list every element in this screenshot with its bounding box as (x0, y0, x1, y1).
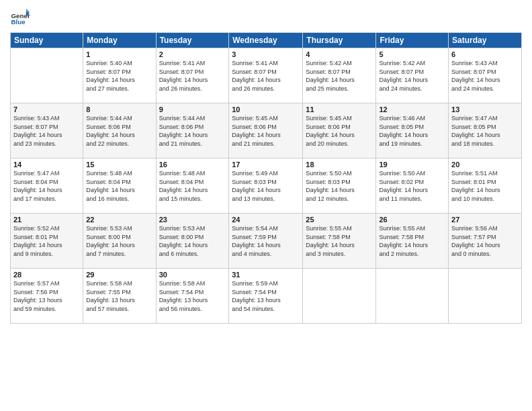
calendar-cell: 20Sunrise: 5:51 AMSunset: 8:01 PMDayligh… (449, 158, 522, 214)
logo: General Blue (10, 7, 30, 27)
day-number: 14 (13, 161, 80, 169)
day-info: Sunrise: 5:43 AMSunset: 8:07 PMDaylight:… (13, 114, 80, 148)
calendar-cell: 10Sunrise: 5:45 AMSunset: 8:06 PMDayligh… (229, 103, 303, 158)
calendar-cell (303, 269, 376, 324)
day-number: 3 (232, 50, 300, 58)
day-number: 25 (306, 216, 373, 224)
calendar-cell: 30Sunrise: 5:58 AMSunset: 7:54 PMDayligh… (156, 269, 229, 324)
day-number: 1 (86, 50, 152, 58)
svg-text:Blue: Blue (11, 18, 26, 26)
calendar-cell: 2Sunrise: 5:41 AMSunset: 8:07 PMDaylight… (156, 48, 229, 103)
day-info: Sunrise: 5:57 AMSunset: 7:56 PMDaylight:… (13, 279, 80, 313)
day-info: Sunrise: 5:51 AMSunset: 8:01 PMDaylight:… (451, 169, 519, 203)
day-info: Sunrise: 5:42 AMSunset: 8:07 PMDaylight:… (306, 59, 373, 93)
calendar-cell: 7Sunrise: 5:43 AMSunset: 8:07 PMDaylight… (11, 103, 83, 158)
logo-icon: General Blue (10, 7, 30, 27)
day-number: 26 (379, 216, 445, 224)
weekday-header-friday: Friday (376, 33, 449, 48)
day-number: 11 (306, 105, 373, 113)
weekday-header-monday: Monday (83, 33, 156, 48)
day-number: 6 (451, 50, 519, 58)
day-info: Sunrise: 5:59 AMSunset: 7:54 PMDaylight:… (232, 279, 300, 313)
calendar-week-1: 1Sunrise: 5:40 AMSunset: 8:07 PMDaylight… (11, 48, 522, 103)
day-info: Sunrise: 5:58 AMSunset: 7:54 PMDaylight:… (159, 279, 226, 313)
day-info: Sunrise: 5:55 AMSunset: 7:58 PMDaylight:… (379, 224, 445, 258)
day-number: 29 (86, 271, 152, 279)
day-info: Sunrise: 5:58 AMSunset: 7:55 PMDaylight:… (86, 279, 152, 313)
calendar-cell: 15Sunrise: 5:48 AMSunset: 8:04 PMDayligh… (83, 158, 156, 214)
day-number: 15 (86, 161, 152, 169)
calendar-week-5: 28Sunrise: 5:57 AMSunset: 7:56 PMDayligh… (11, 269, 522, 324)
calendar-cell (376, 269, 449, 324)
day-info: Sunrise: 5:47 AMSunset: 8:05 PMDaylight:… (451, 114, 519, 148)
day-number: 13 (451, 105, 519, 113)
calendar-cell: 14Sunrise: 5:47 AMSunset: 8:04 PMDayligh… (11, 158, 83, 214)
weekday-header-wednesday: Wednesday (229, 33, 303, 48)
day-number: 28 (13, 271, 80, 279)
calendar-cell: 19Sunrise: 5:50 AMSunset: 8:02 PMDayligh… (376, 158, 449, 214)
calendar-cell (11, 48, 83, 103)
day-number: 9 (159, 105, 226, 113)
day-info: Sunrise: 5:49 AMSunset: 8:03 PMDaylight:… (232, 169, 300, 203)
weekday-header-sunday: Sunday (11, 33, 83, 48)
day-number: 21 (13, 216, 80, 224)
calendar-cell: 1Sunrise: 5:40 AMSunset: 8:07 PMDaylight… (83, 48, 156, 103)
day-number: 10 (232, 105, 300, 113)
day-info: Sunrise: 5:41 AMSunset: 8:07 PMDaylight:… (232, 59, 300, 93)
day-info: Sunrise: 5:44 AMSunset: 8:06 PMDaylight:… (159, 114, 226, 148)
day-info: Sunrise: 5:45 AMSunset: 8:06 PMDaylight:… (232, 114, 300, 148)
calendar-cell: 23Sunrise: 5:53 AMSunset: 8:00 PMDayligh… (156, 214, 229, 269)
day-info: Sunrise: 5:40 AMSunset: 8:07 PMDaylight:… (86, 59, 152, 93)
calendar-cell: 11Sunrise: 5:45 AMSunset: 8:06 PMDayligh… (303, 103, 376, 158)
calendar-cell: 22Sunrise: 5:53 AMSunset: 8:00 PMDayligh… (83, 214, 156, 269)
weekday-header-thursday: Thursday (303, 33, 376, 48)
day-number: 23 (159, 216, 226, 224)
weekday-header-row: SundayMondayTuesdayWednesdayThursdayFrid… (11, 33, 522, 48)
calendar-cell: 28Sunrise: 5:57 AMSunset: 7:56 PMDayligh… (11, 269, 83, 324)
calendar-cell: 4Sunrise: 5:42 AMSunset: 8:07 PMDaylight… (303, 48, 376, 103)
calendar-cell (449, 269, 522, 324)
calendar-cell: 8Sunrise: 5:44 AMSunset: 8:06 PMDaylight… (83, 103, 156, 158)
day-info: Sunrise: 5:50 AMSunset: 8:02 PMDaylight:… (379, 169, 445, 203)
day-info: Sunrise: 5:50 AMSunset: 8:03 PMDaylight:… (306, 169, 373, 203)
day-number: 5 (379, 50, 445, 58)
weekday-header-saturday: Saturday (449, 33, 522, 48)
day-info: Sunrise: 5:54 AMSunset: 7:59 PMDaylight:… (232, 224, 300, 258)
calendar-cell: 5Sunrise: 5:42 AMSunset: 8:07 PMDaylight… (376, 48, 449, 103)
day-info: Sunrise: 5:46 AMSunset: 8:05 PMDaylight:… (379, 114, 445, 148)
calendar-cell: 25Sunrise: 5:55 AMSunset: 7:58 PMDayligh… (303, 214, 376, 269)
day-info: Sunrise: 5:55 AMSunset: 7:58 PMDaylight:… (306, 224, 373, 258)
day-number: 18 (306, 161, 373, 169)
calendar-cell: 16Sunrise: 5:48 AMSunset: 8:04 PMDayligh… (156, 158, 229, 214)
day-info: Sunrise: 5:42 AMSunset: 8:07 PMDaylight:… (379, 59, 445, 93)
calendar-cell: 27Sunrise: 5:56 AMSunset: 7:57 PMDayligh… (449, 214, 522, 269)
day-number: 31 (232, 271, 300, 279)
calendar-cell: 9Sunrise: 5:44 AMSunset: 8:06 PMDaylight… (156, 103, 229, 158)
calendar-cell: 12Sunrise: 5:46 AMSunset: 8:05 PMDayligh… (376, 103, 449, 158)
calendar-cell: 31Sunrise: 5:59 AMSunset: 7:54 PMDayligh… (229, 269, 303, 324)
day-info: Sunrise: 5:43 AMSunset: 8:07 PMDaylight:… (451, 59, 519, 93)
calendar-cell: 13Sunrise: 5:47 AMSunset: 8:05 PMDayligh… (449, 103, 522, 158)
calendar-cell: 18Sunrise: 5:50 AMSunset: 8:03 PMDayligh… (303, 158, 376, 214)
day-number: 12 (379, 105, 445, 113)
day-number: 2 (159, 50, 226, 58)
page-header: General Blue (10, 7, 522, 27)
day-info: Sunrise: 5:45 AMSunset: 8:06 PMDaylight:… (306, 114, 373, 148)
day-number: 8 (86, 105, 152, 113)
calendar-table: SundayMondayTuesdayWednesdayThursdayFrid… (10, 32, 522, 324)
calendar-cell: 24Sunrise: 5:54 AMSunset: 7:59 PMDayligh… (229, 214, 303, 269)
day-info: Sunrise: 5:53 AMSunset: 8:00 PMDaylight:… (86, 224, 152, 258)
day-number: 27 (451, 216, 519, 224)
day-info: Sunrise: 5:53 AMSunset: 8:00 PMDaylight:… (159, 224, 226, 258)
day-info: Sunrise: 5:48 AMSunset: 8:04 PMDaylight:… (86, 169, 152, 203)
day-number: 19 (379, 161, 445, 169)
day-number: 30 (159, 271, 226, 279)
day-info: Sunrise: 5:44 AMSunset: 8:06 PMDaylight:… (86, 114, 152, 148)
day-number: 22 (86, 216, 152, 224)
day-number: 7 (13, 105, 80, 113)
day-info: Sunrise: 5:52 AMSunset: 8:01 PMDaylight:… (13, 224, 80, 258)
day-info: Sunrise: 5:47 AMSunset: 8:04 PMDaylight:… (13, 169, 80, 203)
day-number: 20 (451, 161, 519, 169)
calendar-week-3: 14Sunrise: 5:47 AMSunset: 8:04 PMDayligh… (11, 158, 522, 214)
day-info: Sunrise: 5:41 AMSunset: 8:07 PMDaylight:… (159, 59, 226, 93)
